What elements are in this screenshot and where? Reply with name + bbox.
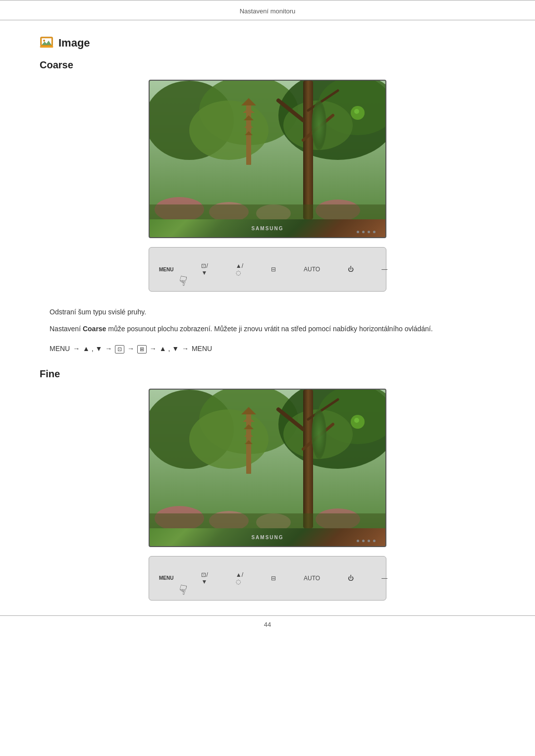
- section-title-row: Image: [40, 35, 495, 50]
- menu-button-label-coarse: MENU: [159, 267, 173, 272]
- coarse-desc2: Nastavení Coarse může posunout plochu zo…: [50, 323, 485, 334]
- input-btn-group-coarse: ⊟: [271, 266, 276, 273]
- arrow: →: [105, 345, 112, 353]
- coarse-button-panel: MENU ☟ ⊡/▼ ▲/◌ ⊟ AUTO ⏻ —: [149, 247, 386, 292]
- monitor-brand-fine: SAMSUNG: [251, 535, 283, 540]
- hand-cursor-fine: ☟: [177, 581, 188, 598]
- fine-monitor-display: SAMSUNG: [149, 389, 386, 547]
- power-symbol-coarse: ⏻: [348, 266, 354, 273]
- ctrl-dot: [373, 540, 375, 542]
- ctrl-dot: [368, 231, 370, 233]
- power-symbol-fine: ⏻: [348, 575, 354, 582]
- brightness-btn-group-fine: ▲/◌: [236, 571, 243, 585]
- brightness-symbol-fine: ▲/◌: [236, 571, 243, 585]
- svg-point-47: [354, 418, 359, 423]
- page-header: Nastavení monitoru: [0, 3, 535, 20]
- input-symbol-coarse: ⊟: [271, 266, 276, 273]
- coarse-desc2-before: Nastavení: [50, 325, 83, 333]
- svg-point-2: [43, 40, 45, 42]
- svg-rect-36: [303, 390, 313, 528]
- power-btn-group-coarse: ⏻: [348, 266, 354, 273]
- coarse-desc2-after: může posunout plochu zobrazení. Můžete j…: [106, 325, 432, 333]
- fine-monitor-image-container: SAMSUNG: [40, 389, 495, 547]
- page-footer: 44: [0, 616, 535, 633]
- coarse-description-block: Odstraní šum typu svislé pruhy. Nastaven…: [40, 306, 495, 335]
- svg-rect-52: [150, 513, 385, 528]
- arrow: →: [182, 345, 189, 353]
- arrow: →: [127, 345, 134, 353]
- brightness-btn-group-coarse: ▲/◌: [236, 262, 243, 276]
- arrow: →: [150, 345, 157, 353]
- coarse-button-panel-container: MENU ☟ ⊡/▼ ▲/◌ ⊟ AUTO ⏻ —: [40, 247, 495, 292]
- svg-point-8: [189, 101, 268, 160]
- monitor-controls-strip-fine: [357, 540, 375, 542]
- image-icon: [40, 35, 54, 50]
- tune-symbol-fine: ⊡/▼: [201, 571, 208, 585]
- fine-section-title: Fine: [40, 368, 495, 380]
- content-area: Image Coarse: [0, 35, 535, 601]
- box-symbol: ⊞: [137, 345, 147, 353]
- ctrl-dot: [357, 231, 359, 233]
- page-number: 44: [264, 621, 271, 628]
- input-btn-group-fine: ⊟: [271, 575, 276, 582]
- coarse-menu-path: MENU → ▲ , ▼ → ⊡ → ⊞ → ▲ , ▼ → MENU: [50, 345, 495, 353]
- top-border: [0, 0, 535, 0]
- dash-symbol-fine: —: [381, 575, 387, 582]
- section-title: Image: [58, 37, 90, 50]
- box-symbol: ⊡: [115, 345, 124, 353]
- svg-point-23: [354, 109, 359, 114]
- tune-btn-group-coarse: ⊡/▼: [201, 262, 208, 276]
- monitor-brand-coarse: SAMSUNG: [251, 226, 283, 231]
- auto-symbol-fine: AUTO: [304, 575, 320, 582]
- coarse-monitor-screen: [150, 81, 385, 219]
- fine-button-panel: MENU ☟ ⊡/▼ ▲/◌ ⊟ AUTO ⏻ —: [149, 556, 386, 601]
- menu-button-label-fine: MENU: [159, 575, 173, 581]
- arrow: →: [73, 345, 80, 353]
- coarse-desc2-bold: Coarse: [83, 325, 106, 333]
- svg-point-11: [283, 101, 353, 150]
- ctrl-dot: [373, 231, 375, 233]
- ctrl-dot: [362, 231, 365, 233]
- ctrl-dot: [357, 540, 359, 542]
- ctrl-dot: [368, 540, 370, 542]
- svg-rect-28: [150, 204, 385, 219]
- coarse-monitor-display: SAMSUNG: [149, 80, 386, 238]
- dash-symbol-coarse: —: [381, 266, 387, 273]
- svg-rect-4: [40, 46, 53, 48]
- coarse-section-title: Coarse: [40, 59, 495, 71]
- auto-btn-group-coarse: AUTO: [304, 266, 320, 273]
- power-btn-group-fine: ⏻: [348, 575, 354, 582]
- auto-btn-group-fine: AUTO: [304, 575, 320, 582]
- svg-point-32: [189, 409, 268, 469]
- auto-symbol-coarse: AUTO: [304, 266, 320, 273]
- tune-symbol-coarse: ⊡/▼: [201, 262, 208, 276]
- svg-point-35: [283, 409, 353, 459]
- fine-monitor-screen: [150, 390, 385, 528]
- monitor-controls-strip-coarse: [357, 231, 375, 233]
- svg-rect-12: [303, 81, 313, 219]
- input-symbol-fine: ⊟: [271, 575, 276, 582]
- coarse-desc1: Odstraní šum typu svislé pruhy.: [50, 306, 485, 317]
- tune-btn-group-fine: ⊡/▼: [201, 571, 208, 585]
- brightness-symbol-coarse: ▲/◌: [236, 262, 243, 276]
- ctrl-dot: [362, 540, 365, 542]
- fine-button-panel-container: MENU ☟ ⊡/▼ ▲/◌ ⊟ AUTO ⏻ —: [40, 556, 495, 601]
- header-title: Nastavení monitoru: [240, 7, 296, 15]
- coarse-monitor-image-container: SAMSUNG: [40, 80, 495, 238]
- hand-cursor-coarse: ☟: [177, 272, 188, 289]
